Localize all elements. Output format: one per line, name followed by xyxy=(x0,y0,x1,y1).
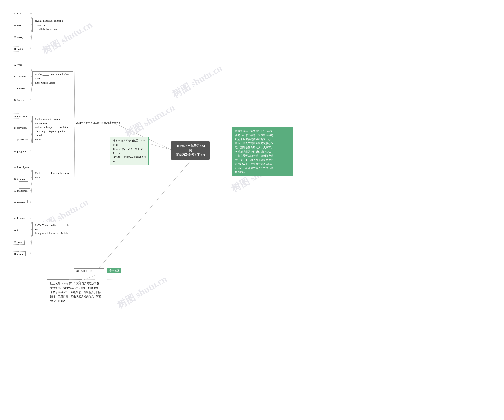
svg-line-12 xyxy=(30,116,32,128)
option-d-program: D. program xyxy=(12,149,28,154)
svg-line-14 xyxy=(30,128,32,140)
option-d-obtain: D. obtain xyxy=(12,251,26,256)
question-32: 32.The _____ Court is the highest courti… xyxy=(32,71,73,86)
question-31: 31.This light shelf is strong enough to … xyxy=(32,18,73,32)
mindmap-container: 树图 shutu.cn 树图 shutu.cn 树图 shutu.cn 树图 s… xyxy=(0,0,504,420)
option-a-vital: A. Vital xyxy=(12,62,24,67)
question-34: 34.He ______ of me the best way to go. xyxy=(32,170,73,180)
intro-node: 准备考研的同学可以关注>>>树图网<<<，热门动态、复习资料、专业指导、时政热点… xyxy=(110,137,149,165)
question-33: 33.Our university has an internationalst… xyxy=(32,116,73,143)
answer-key-node: 31-35.DDDBD xyxy=(74,268,104,274)
option-d-sustain: D. sustain xyxy=(12,47,26,52)
option-a-investigated: A. investigated xyxy=(12,165,32,170)
svg-line-10 xyxy=(30,77,32,88)
option-d-resorted: D. resorted xyxy=(12,200,28,205)
option-b-provision: B. provision xyxy=(12,125,29,130)
svg-line-30 xyxy=(150,144,171,150)
svg-line-18 xyxy=(30,176,32,191)
connector-lines xyxy=(0,0,504,420)
svg-line-8 xyxy=(30,65,32,77)
svg-line-21 xyxy=(30,229,32,230)
svg-line-19 xyxy=(30,176,32,202)
option-b-inquired: B. inquired xyxy=(12,177,28,182)
watermark-4: 树图 shutu.cn xyxy=(115,273,169,311)
conclusion-node: 以上就是'2022年下半年英语四级词汇练习及参考答案(47)'的全部内容，想要了… xyxy=(47,279,114,305)
svg-line-20 xyxy=(30,218,32,229)
svg-line-0 xyxy=(30,13,32,23)
svg-line-2 xyxy=(30,23,32,37)
option-c-profession: C. profession xyxy=(12,137,30,142)
option-c-curse: C. curse xyxy=(12,240,25,245)
svg-line-13 xyxy=(30,128,32,128)
svg-line-1 xyxy=(30,23,32,25)
svg-line-24 xyxy=(74,23,75,122)
watermark-2: 树图 shutu.cn xyxy=(123,101,177,140)
svg-line-9 xyxy=(30,76,32,77)
topic-node: 2022年下半年英语四级词汇练习及参考答案 xyxy=(74,120,110,126)
answer-label: 参考答案 xyxy=(107,268,121,274)
svg-line-32 xyxy=(96,162,190,271)
option-a-wipe: A. wipe xyxy=(12,11,24,16)
watermark-5: 树图 shutu.cn xyxy=(170,62,224,101)
option-a-procession: A. procession xyxy=(12,114,30,119)
option-c-frightened: C. frightened xyxy=(12,188,30,194)
svg-line-27 xyxy=(74,122,75,176)
right-info-node: 转眼之间马上就要到9月了，各位备考2022年下半年大学英语四级考试的考生需要提前… xyxy=(232,127,293,176)
center-node: 2022年下半年英语四级词汇练习及参考答案(47) xyxy=(171,141,210,159)
option-c-reverse: C. Reverse xyxy=(12,86,27,91)
option-a-harness: A. harness xyxy=(12,216,27,221)
svg-line-11 xyxy=(30,77,32,100)
question-35: 35.Mr. White tried to _______ this jobth… xyxy=(32,222,73,236)
option-b-fetch: B. fetch xyxy=(12,228,24,233)
option-d-supreme: D. Supreme xyxy=(12,98,28,103)
option-b-thunder: B. Thunder xyxy=(12,74,28,79)
svg-line-22 xyxy=(30,229,32,242)
option-c-survey: C. survey xyxy=(12,35,26,40)
svg-line-28 xyxy=(74,122,75,229)
svg-line-17 xyxy=(30,176,32,179)
svg-line-25 xyxy=(74,77,75,122)
svg-line-15 xyxy=(30,128,32,151)
svg-line-3 xyxy=(30,23,32,49)
option-b-wax: B. wax xyxy=(12,23,24,28)
svg-line-23 xyxy=(30,229,32,254)
